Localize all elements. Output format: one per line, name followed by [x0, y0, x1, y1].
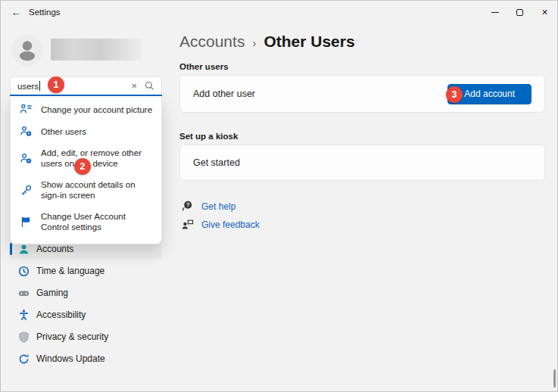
- kiosk-get-started-card[interactable]: Get started: [179, 145, 545, 181]
- sidebar-item-privacy-security[interactable]: Privacy & security: [10, 326, 162, 347]
- other-users-icon: [11, 125, 41, 138]
- accounts-icon: [17, 243, 30, 256]
- other-users-icon: [11, 152, 41, 165]
- sidebar-item-windows-update[interactable]: Windows Update: [10, 348, 162, 369]
- minimize-button[interactable]: [482, 1, 507, 23]
- accessibility-icon: [17, 309, 30, 322]
- kiosk-heading: Set up a kiosk: [179, 132, 238, 141]
- text-caret: [39, 81, 40, 91]
- annotation-step-2-badge: 2: [74, 158, 91, 175]
- windows-update-icon: [17, 353, 30, 366]
- search-input[interactable]: users ×: [10, 76, 162, 95]
- scrollbar-thumb[interactable]: [553, 369, 556, 387]
- sidebar-item-accessibility[interactable]: Accessibility: [10, 304, 162, 325]
- maximize-button[interactable]: [507, 1, 532, 23]
- back-arrow-icon: ←: [11, 7, 21, 18]
- get-help-label: Get help: [201, 201, 235, 212]
- search-result-change-uac-settings[interactable]: Change User Account Control settings: [11, 206, 161, 238]
- search-icon: [144, 80, 155, 92]
- window-title: Settings: [29, 8, 61, 17]
- close-button[interactable]: ×: [532, 1, 557, 23]
- search-result-show-account-details[interactable]: Show account details on sign-in screen: [11, 174, 161, 206]
- feedback-icon: [181, 218, 194, 231]
- annotation-step-3-badge: 3: [446, 86, 463, 103]
- get-help-link[interactable]: ? Get help: [181, 200, 235, 213]
- give-feedback-label: Give feedback: [201, 219, 260, 230]
- breadcrumb-accounts[interactable]: Accounts: [179, 33, 245, 51]
- avatar[interactable]: [11, 34, 43, 66]
- give-feedback-link[interactable]: Give feedback: [181, 218, 260, 231]
- sidebar-item-time-language[interactable]: Time & language: [10, 260, 162, 282]
- page-title: Other Users: [263, 33, 354, 51]
- shield-icon: [17, 331, 30, 344]
- flag-icon: [11, 216, 41, 229]
- person-icon: [11, 34, 43, 66]
- breadcrumb-separator: ›: [252, 35, 256, 49]
- close-icon: ×: [541, 7, 547, 17]
- help-icon: ?: [181, 200, 194, 213]
- breadcrumb: Accounts › Other Users: [179, 33, 355, 51]
- time-language-icon: [17, 265, 30, 278]
- other-users-heading: Other users: [179, 62, 229, 71]
- get-started-label: Get started: [193, 157, 240, 168]
- maximize-icon: [516, 9, 523, 16]
- sidebar-item-gaming[interactable]: Gaming: [10, 282, 162, 303]
- add-other-user-label: Add other user: [193, 89, 255, 99]
- sidebar-nav: Accounts Time & language Gaming: [10, 238, 162, 370]
- search-result-change-account-picture[interactable]: Change your account picture: [11, 98, 161, 120]
- title-bar: ← Settings ×: [1, 1, 557, 23]
- annotation-step-1-badge: 1: [48, 76, 64, 93]
- svg-text:?: ?: [186, 201, 190, 208]
- minimize-icon: [491, 12, 499, 13]
- key-icon: [11, 184, 41, 197]
- search-result-other-users[interactable]: Other users: [11, 120, 161, 142]
- search-value: users: [17, 82, 39, 91]
- settings-window: ← Settings × users ×: [0, 0, 558, 392]
- account-name-redacted: [51, 39, 142, 61]
- back-button[interactable]: ←: [7, 3, 25, 21]
- gaming-icon: [17, 287, 30, 300]
- account-picture-icon: [11, 103, 41, 116]
- clear-search-icon[interactable]: ×: [131, 81, 137, 91]
- window-controls: ×: [482, 1, 557, 23]
- add-other-user-card: Add other user Add account: [179, 75, 545, 113]
